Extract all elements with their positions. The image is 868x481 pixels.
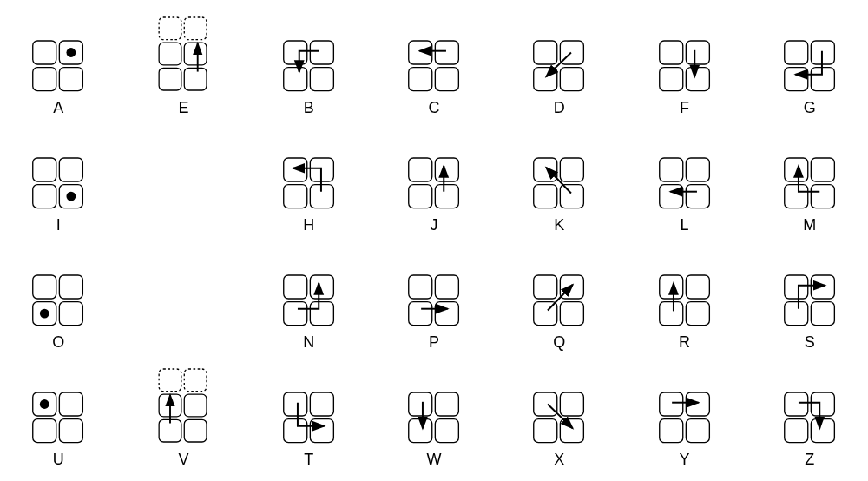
- svg-rect-44: [534, 158, 557, 181]
- svg-rect-33: [33, 185, 56, 208]
- svg-rect-91: [185, 419, 207, 442]
- glyph-g: G: [765, 17, 855, 117]
- glyph-f: F: [639, 17, 729, 117]
- svg-rect-105: [686, 392, 709, 416]
- svg-rect-104: [659, 392, 682, 416]
- glyph-label: H: [303, 216, 314, 234]
- glyph-grid: AEBCDFGIHJKLMONPQRSUVTWXYZ: [13, 17, 855, 469]
- svg-rect-12: [310, 41, 333, 64]
- glyph-label: V: [178, 451, 188, 469]
- svg-rect-15: [409, 41, 432, 64]
- svg-rect-63: [283, 302, 306, 326]
- svg-rect-61: [283, 275, 306, 299]
- svg-rect-18: [435, 68, 458, 91]
- svg-rect-72: [561, 302, 584, 326]
- svg-point-35: [67, 192, 76, 201]
- glyph-j: J: [389, 135, 479, 234]
- glyph-label: X: [554, 451, 564, 469]
- svg-rect-40: [409, 158, 432, 181]
- glyph-label: W: [426, 451, 441, 469]
- svg-rect-79: [785, 302, 808, 326]
- svg-rect-99: [435, 419, 458, 443]
- svg-rect-36: [283, 158, 306, 181]
- glyph-k: K: [514, 135, 604, 234]
- glyph-label: G: [804, 99, 816, 117]
- svg-rect-102: [534, 419, 557, 443]
- glyph-a: A: [13, 17, 103, 117]
- glyph-label: D: [554, 99, 565, 117]
- svg-rect-106: [659, 419, 682, 443]
- glyph-label: E: [178, 99, 188, 117]
- svg-rect-9: [160, 68, 182, 90]
- svg-rect-47: [561, 185, 584, 208]
- glyph-x: X: [514, 369, 604, 469]
- svg-rect-100: [534, 392, 557, 416]
- svg-rect-31: [33, 158, 56, 181]
- svg-rect-101: [561, 392, 584, 416]
- glyph-y: Y: [639, 369, 729, 469]
- svg-rect-55: [811, 185, 834, 208]
- svg-rect-7: [160, 43, 182, 65]
- glyph-s: S: [765, 252, 855, 352]
- svg-rect-107: [686, 419, 709, 443]
- svg-rect-8: [185, 43, 207, 65]
- svg-rect-13: [283, 68, 306, 91]
- glyph-z: Z: [765, 369, 855, 469]
- svg-rect-59: [59, 302, 82, 326]
- svg-rect-92: [283, 392, 306, 416]
- svg-rect-73: [659, 275, 682, 299]
- svg-rect-23: [659, 41, 682, 64]
- svg-rect-14: [310, 68, 333, 91]
- svg-rect-32: [59, 158, 82, 181]
- svg-rect-46: [534, 185, 557, 208]
- glyph-r: R: [639, 252, 729, 352]
- glyph-n: N: [264, 252, 354, 352]
- glyph-label: N: [303, 333, 314, 352]
- svg-rect-64: [310, 302, 333, 326]
- svg-rect-84: [59, 419, 82, 443]
- glyph-e: E: [138, 17, 228, 117]
- glyph-label: M: [803, 216, 816, 234]
- glyph-label: O: [52, 333, 64, 352]
- svg-point-85: [40, 399, 49, 409]
- svg-rect-93: [310, 392, 333, 416]
- svg-rect-52: [785, 158, 808, 181]
- svg-rect-24: [686, 41, 709, 64]
- svg-rect-2: [33, 68, 56, 91]
- glyph-label: B: [304, 99, 314, 117]
- svg-rect-89: [185, 394, 207, 417]
- svg-rect-103: [561, 419, 584, 443]
- svg-rect-78: [811, 275, 834, 299]
- glyph-label: U: [53, 451, 64, 469]
- svg-rect-108: [785, 392, 808, 416]
- svg-rect-68: [435, 302, 458, 326]
- svg-rect-51: [686, 185, 709, 208]
- svg-point-60: [40, 309, 49, 319]
- svg-rect-21: [534, 68, 557, 91]
- svg-rect-65: [409, 275, 432, 299]
- svg-rect-53: [811, 158, 834, 181]
- glyph-label: R: [679, 333, 690, 352]
- svg-rect-45: [561, 158, 584, 181]
- glyph-i: I: [13, 135, 103, 234]
- svg-rect-43: [435, 185, 458, 208]
- svg-rect-62: [310, 275, 333, 299]
- glyph-label: J: [430, 216, 437, 234]
- svg-rect-49: [686, 158, 709, 181]
- svg-rect-42: [409, 185, 432, 208]
- glyph-label: P: [429, 333, 439, 352]
- glyph-v: V: [138, 369, 228, 469]
- svg-rect-27: [785, 41, 808, 64]
- svg-rect-16: [435, 41, 458, 64]
- svg-rect-57: [59, 275, 82, 299]
- glyph-label: F: [680, 99, 689, 117]
- svg-rect-56: [33, 275, 56, 299]
- svg-rect-74: [686, 275, 709, 299]
- glyph-p: P: [389, 252, 479, 352]
- glyph-label: S: [805, 333, 815, 352]
- glyph-c: C: [389, 17, 479, 117]
- glyph-w: W: [389, 369, 479, 469]
- svg-rect-67: [409, 302, 432, 326]
- svg-rect-66: [435, 275, 458, 299]
- glyph-t: T: [264, 369, 354, 469]
